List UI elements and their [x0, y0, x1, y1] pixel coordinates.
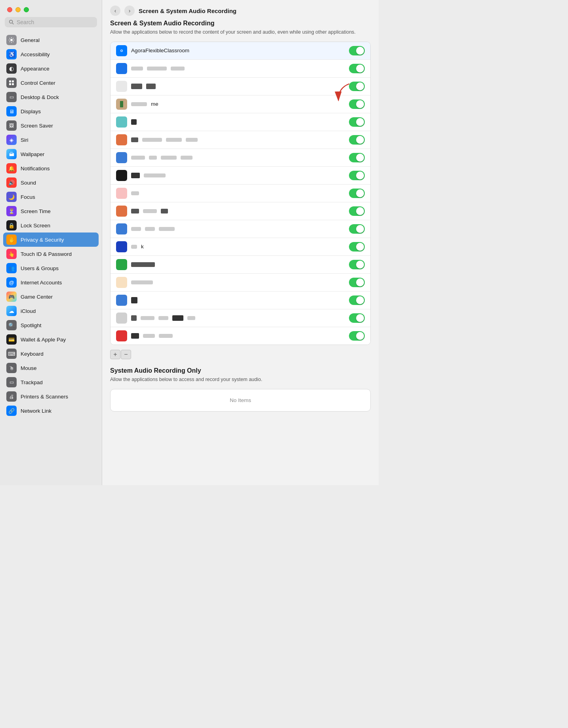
sidebar-item-trackpad[interactable]: ▭ Trackpad [3, 375, 99, 389]
add-app-button[interactable]: + [110, 350, 120, 359]
app7-toggle[interactable] [349, 153, 365, 162]
app-row-6[interactable] [111, 131, 370, 149]
sidebar-item-internet-accounts[interactable]: @ Internet Accounts [3, 275, 99, 290]
app12-name-area: k [131, 244, 345, 250]
sidebar-item-wallet[interactable]: 💳 Wallet & Apple Pay [3, 332, 99, 347]
app6-block1 [131, 137, 138, 142]
app-row-11[interactable] [111, 220, 370, 238]
app10-icon [116, 206, 127, 217]
keyboard-label: Keyboard [21, 351, 44, 357]
app-row-13[interactable] [111, 256, 370, 274]
sidebar-item-network-link[interactable]: 🔗 Network Link [3, 404, 99, 418]
forward-button[interactable]: › [124, 6, 135, 16]
sidebar-item-screen-time[interactable]: ⏳ Screen Time [3, 204, 99, 218]
app-row-4[interactable]: me [111, 95, 370, 113]
lock-screen-icon: 🔒 [6, 220, 17, 231]
app8-toggle[interactable] [349, 171, 365, 180]
app7-name-area [131, 156, 345, 160]
sidebar-item-desktop-dock[interactable]: ▭ Desktop & Dock [3, 90, 99, 104]
printers-label: Printers & Scanners [21, 394, 68, 400]
keyboard-icon: ⌨ [6, 349, 17, 359]
sidebar-item-general[interactable]: General [3, 33, 99, 47]
app16-toggle[interactable] [349, 313, 365, 323]
maximize-button[interactable] [24, 7, 29, 12]
app10-toggle[interactable] [349, 206, 365, 216]
control-center-label: Control Center [21, 80, 55, 86]
app12-k: k [141, 244, 144, 250]
app7-blurred3 [161, 156, 177, 160]
svg-rect-5 [9, 83, 11, 85]
app-row-10[interactable] [111, 202, 370, 220]
sidebar-item-lock-screen[interactable]: 🔒 Lock Screen [3, 218, 99, 233]
accessibility-icon: ♿ [6, 49, 17, 59]
sidebar-item-touch-id[interactable]: 👆 Touch ID & Password [3, 247, 99, 261]
sidebar-item-icloud[interactable]: ☁ iCloud [3, 304, 99, 318]
app4-icon [116, 99, 127, 110]
app-row-17[interactable] [111, 327, 370, 345]
app-row-16[interactable] [111, 309, 370, 327]
sidebar-item-sound[interactable]: 🔊 Sound [3, 175, 99, 190]
sidebar-item-mouse[interactable]: 🖱 Mouse [3, 361, 99, 375]
app-row-3[interactable] [111, 78, 370, 95]
sidebar-item-appearance[interactable]: ◐ Appearance [3, 61, 99, 76]
app-row-5[interactable] [111, 113, 370, 131]
app11-blurred1 [131, 227, 141, 231]
app6-blurred2 [166, 138, 182, 142]
minimize-button[interactable] [15, 7, 21, 12]
app-row-7[interactable] [111, 149, 370, 167]
app3-toggle[interactable] [349, 82, 365, 91]
back-button[interactable]: ‹ [110, 6, 120, 16]
svg-line-1 [12, 23, 13, 24]
agora-toggle[interactable] [349, 46, 365, 55]
sidebar-item-focus[interactable]: 🌙 Focus [3, 190, 99, 204]
focus-icon: 🌙 [6, 192, 17, 202]
screen-saver-icon: 🖼 [6, 120, 17, 131]
app9-blurred [131, 191, 139, 195]
app-row-14[interactable] [111, 274, 370, 292]
app9-toggle[interactable] [349, 189, 365, 198]
network-link-label: Network Link [21, 408, 51, 414]
sidebar-item-control-center[interactable]: Control Center [3, 76, 99, 90]
privacy-security-label: Privacy & Security [21, 237, 64, 243]
sidebar-item-spotlight[interactable]: 🔍 Spotlight [3, 318, 99, 332]
search-bar[interactable]: Search [5, 17, 97, 27]
app13-toggle[interactable] [349, 260, 365, 269]
sidebar-item-game-center[interactable]: 🎮 Game Center [3, 290, 99, 304]
app2-toggle[interactable] [349, 64, 365, 73]
app6-blurred1 [142, 138, 162, 142]
app12-toggle[interactable] [349, 242, 365, 252]
app5-toggle[interactable] [349, 117, 365, 127]
sidebar-item-accessibility[interactable]: ♿ Accessibility [3, 47, 99, 61]
sidebar-item-displays[interactable]: 🖥 Displays [3, 104, 99, 118]
siri-icon: ◈ [6, 135, 17, 145]
trackpad-label: Trackpad [21, 379, 43, 385]
app17-toggle[interactable] [349, 331, 365, 341]
notifications-icon: 🔔 [6, 163, 17, 173]
sidebar-item-notifications[interactable]: 🔔 Notifications [3, 161, 99, 175]
sidebar-item-privacy-security[interactable]: ✋ Privacy & Security [3, 233, 99, 247]
sidebar-item-keyboard[interactable]: ⌨ Keyboard [3, 347, 99, 361]
app-row-8[interactable] [111, 167, 370, 185]
remove-app-button[interactable]: − [121, 350, 131, 359]
app-row-agora[interactable]: AgoraFlexibleClassroom [111, 42, 370, 60]
sidebar-item-printers[interactable]: 🖨 Printers & Scanners [3, 389, 99, 404]
app4-toggle[interactable] [349, 99, 365, 109]
app14-toggle[interactable] [349, 278, 365, 287]
close-button[interactable] [7, 7, 12, 12]
sidebar-item-screen-saver[interactable]: 🖼 Screen Saver [3, 118, 99, 133]
sidebar-item-users-groups[interactable]: 👥 Users & Groups [3, 261, 99, 275]
app-row-9[interactable] [111, 185, 370, 202]
touch-id-icon: 👆 [6, 249, 17, 259]
sidebar-item-siri[interactable]: ◈ Siri [3, 133, 99, 147]
app-row-12[interactable]: k [111, 238, 370, 256]
app10-blurred1 [143, 209, 157, 213]
app15-toggle[interactable] [349, 295, 365, 305]
sidebar: Search General ♿ Accessibility ◐ Appeara… [0, 0, 102, 485]
app-row-15[interactable] [111, 292, 370, 309]
app6-toggle[interactable] [349, 135, 365, 145]
app-row-2[interactable] [111, 60, 370, 78]
app2-name-blurred2 [147, 67, 167, 71]
app11-toggle[interactable] [349, 224, 365, 234]
app7-blurred2 [149, 156, 157, 160]
sidebar-item-wallpaper[interactable]: 🏔 Wallpaper [3, 147, 99, 161]
